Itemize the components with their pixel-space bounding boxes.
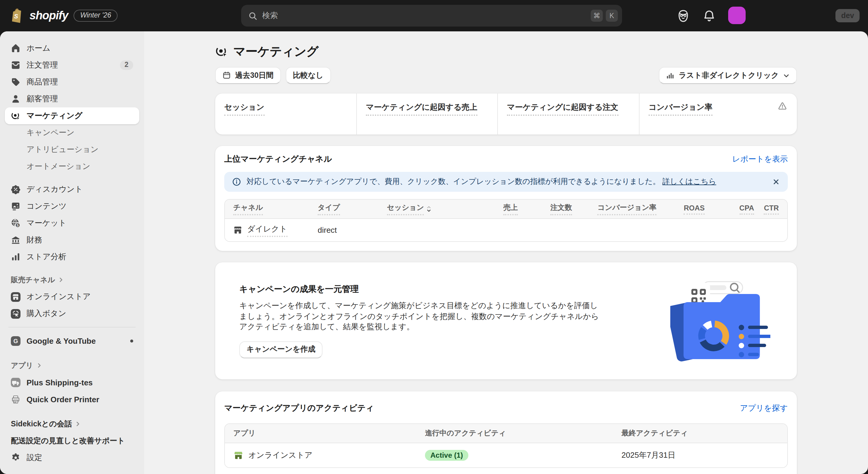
sidekick-icon [676,9,690,23]
page-title: マーケティング [233,43,318,59]
sidebar-item-buy-button[interactable]: 購入ボタン [5,305,139,322]
plus-shipping-app-icon [11,378,21,387]
sidebar-label: キャンペーン [27,127,74,138]
sidebar-item-settings[interactable]: 設定 [5,449,139,466]
channels-table: チャネル タイプ セッション 売上 注文数 コンバージョン率 [224,199,788,242]
section-label: アプリ [11,360,33,371]
col-orders: 注文数 [520,203,575,215]
sidebar-item-products[interactable]: 商品管理 [5,73,139,90]
search-icon [248,11,257,20]
marketing-page-icon [215,45,228,58]
discount-icon [11,184,21,194]
online-store-green-icon [233,450,244,461]
chevron-right-icon [75,421,81,427]
sidebar-item-customers[interactable]: 顧客管理 [5,90,139,107]
sidebar-label: ストア分析 [27,251,66,262]
attribution-bars-icon [666,71,675,80]
sidebar-item-discounts[interactable]: ディスカウント [5,181,139,198]
search-input[interactable]: 検索 ⌘ K [241,5,622,27]
chevron-right-icon [58,277,64,283]
release-badge: Winter '26 [73,10,118,22]
close-icon[interactable] [772,178,780,186]
col-last-activity: 最終アクティビティ [613,428,787,438]
sidebar-item-shipping-review[interactable]: 配送設定の見直しと改善サポート [5,433,139,449]
sidebar-label: Google & YouTube [27,336,96,345]
sidebar-item-online-store[interactable]: オンラインストア [5,288,139,305]
app-activity-title: マーケティングアプリのアクティビティ [224,403,374,413]
sidebar-item-finance[interactable]: 財務 [5,232,139,248]
learn-more-link[interactable]: 詳しくはこちら [662,177,716,186]
metric-label[interactable]: マーケティングに起因する売上 [366,102,477,116]
sidebar-label: 顧客管理 [27,93,58,104]
home-icon [11,43,21,53]
view-report-link[interactable]: レポートを表示 [733,153,788,164]
top-channels-title: 上位マーケティングチャネル [224,153,332,164]
sidebar-label: 購入ボタン [27,308,66,319]
sidebar-label: アトリビューション [27,144,98,155]
app-frame: ホーム 注文管理 2 商品管理 顧客管理 [0,31,868,474]
metric-label[interactable]: セッション [224,102,264,116]
marketing-target-icon [11,111,21,121]
notifications-button[interactable] [703,0,715,31]
sidebar-item-analytics[interactable]: ストア分析 [5,248,139,265]
col-ongoing-activity: 進行中のアクティビティ [416,428,613,438]
orders-icon [11,60,21,70]
shopify-bag-icon: S [11,8,24,23]
sidebar-section-sales-channels[interactable]: 販売チャネル [5,271,139,288]
attribution-model-dropdown[interactable]: ラスト非ダイレクトクリック [659,67,797,84]
info-banner: 対応しているマーケティングアプリで、費用、クリック数、インプレッション数の指標が… [224,172,788,192]
sidebar-label: 設定 [27,452,42,463]
shopify-wordmark: shopify [30,9,68,22]
campaign-illustration [670,275,770,367]
sidebar-item-plus-shipping[interactable]: Plus Shipping-tes [5,374,139,391]
sidebar: ホーム 注文管理 2 商品管理 顧客管理 [0,31,144,474]
metric-label[interactable]: マーケティングに起因する注文 [507,102,618,116]
sidebar-item-orders[interactable]: 注文管理 2 [5,57,139,73]
sidebar-item-content[interactable]: コンテンツ [5,198,139,215]
sidebar-item-automations[interactable]: オートメーション [5,158,139,175]
sidebar-label: コンテンツ [27,201,67,212]
date-range-label: 過去30日間 [235,70,274,81]
orders-count-badge: 2 [120,61,133,70]
avatar[interactable] [728,7,746,24]
col-roas: ROAS [659,204,707,214]
image-icon [11,201,21,211]
sidebar-item-google-youtube[interactable]: G Google & YouTube [5,332,139,349]
sidebar-item-quick-order-printer[interactable]: Quick Order Printer [5,391,139,408]
create-campaign-button[interactable]: キャンペーンを作成 [239,341,323,358]
sort-icon[interactable] [427,205,432,213]
search-shortcut: ⌘ K [591,10,618,22]
compare-button[interactable]: 比較なし [286,67,331,84]
sidebar-label: 商品管理 [27,77,58,87]
sidebar-item-campaigns[interactable]: キャンペーン [5,124,139,141]
sidebar-section-sidekick-chats[interactable]: Sidekickとの会話 [5,415,139,433]
status-badge: Active (1) [425,450,468,461]
sidebar-label: 注文管理 [27,60,58,70]
sidebar-section-apps[interactable]: アプリ [5,357,139,374]
sidebar-item-marketing[interactable]: マーケティング [5,107,139,124]
sidebar-divider [8,327,135,327]
col-app: アプリ [225,428,416,438]
cmd-key: ⌘ [591,10,603,22]
shopify-logo[interactable]: S shopify Winter '26 [11,0,118,31]
bell-icon [703,9,715,22]
sidebar-label: 財務 [27,235,42,245]
sidebar-item-markets[interactable]: $ マーケット [5,215,139,232]
chevron-down-icon [783,72,789,79]
search-placeholder: 検索 [262,10,278,21]
app-activity-table: アプリ 進行中のアクティビティ 最終アクティビティ オンラインストア [224,423,788,468]
channel-cell: ダイレクト [225,224,309,237]
date-range-button[interactable]: 過去30日間 [215,67,281,84]
sidebar-item-home[interactable]: ホーム [5,40,139,57]
warning-icon [778,101,787,111]
sidekick-button[interactable] [676,0,690,31]
metric-label[interactable]: コンバージョン率 [649,102,712,116]
find-apps-link[interactable]: アプリを探す [740,403,788,413]
table-row[interactable]: ダイレクト direct [225,219,787,241]
globe-dollar-icon: $ [11,218,21,228]
sidebar-item-attribution[interactable]: アトリビューション [5,141,139,158]
bank-icon [11,235,21,245]
table-row[interactable]: オンラインストア Active (1) 2025年7月31日 [225,443,787,467]
campaign-card-description: キャンペーンを作成して、マーケティング施策がビジネス目標をどのように推進している… [239,300,601,332]
screenshot-viewport: S shopify Winter '26 検索 ⌘ K [0,0,868,474]
